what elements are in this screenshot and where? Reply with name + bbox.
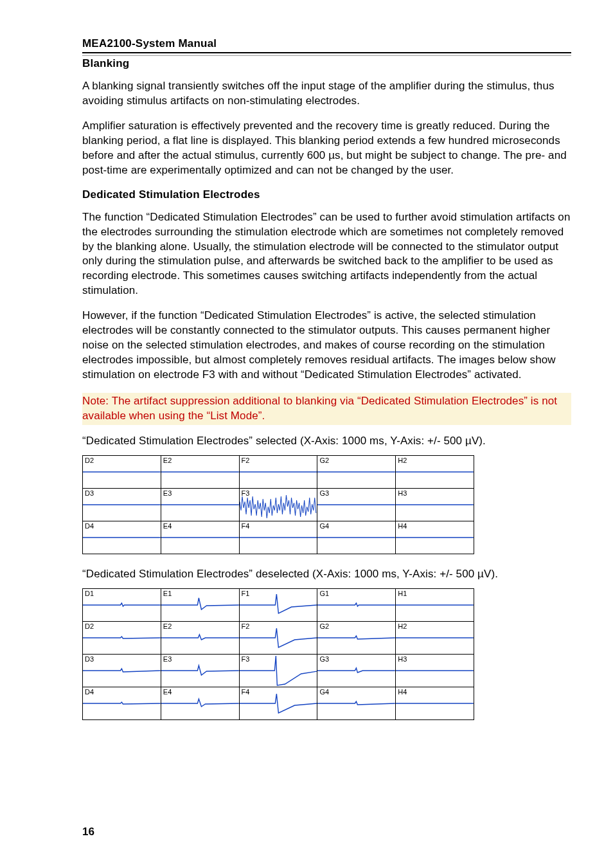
trace-icon xyxy=(317,655,395,687)
page-number: 16 xyxy=(82,826,94,838)
electrode-grid-selected: D2 E2 F2 G2 H2 D3 E3 F3 G3 H3 xyxy=(82,455,474,554)
trace-icon xyxy=(396,589,474,621)
cell-label: F4 xyxy=(242,688,250,696)
figure-caption: “Dedicated Stimulation Electrodes” desel… xyxy=(82,567,571,582)
trace-icon xyxy=(83,521,161,554)
cell-label: G1 xyxy=(319,590,329,597)
cell-label: F3 xyxy=(242,489,250,497)
cell-label: H3 xyxy=(398,489,407,497)
trace-icon xyxy=(240,687,317,719)
cell-label: D3 xyxy=(85,655,94,663)
cell-label: E3 xyxy=(163,655,172,663)
cell-label: H1 xyxy=(398,590,407,597)
cell-E2: E2 xyxy=(161,456,240,488)
cell-G3: G3 xyxy=(317,489,396,521)
cell-label: H2 xyxy=(398,457,407,464)
cell-label: E1 xyxy=(163,590,172,597)
cell-F4: F4 xyxy=(240,521,318,554)
cell-E3: E3 xyxy=(161,655,240,687)
cell-label: H3 xyxy=(398,655,407,663)
cell-label: E3 xyxy=(163,489,172,497)
trace-icon xyxy=(317,456,395,488)
cell-G1: G1 xyxy=(317,589,396,621)
cell-H4: H4 xyxy=(396,521,474,554)
cell-H4: H4 xyxy=(396,687,474,719)
cell-D4: D4 xyxy=(83,687,161,719)
cell-label: E4 xyxy=(163,522,172,530)
cell-E4: E4 xyxy=(161,521,240,554)
trace-icon xyxy=(161,589,239,621)
electrode-grid-deselected: D1 E1 F1 G1 H1 D2 E2 F2 G2 H2 xyxy=(82,588,474,720)
cell-G4: G4 xyxy=(317,521,396,554)
trace-icon xyxy=(396,456,474,488)
cell-D1: D1 xyxy=(83,589,161,621)
figure-caption: “Dedicated Stimulation Electrodes” selec… xyxy=(82,434,571,449)
section-heading-blanking: Blanking xyxy=(82,55,571,70)
trace-icon xyxy=(83,622,161,654)
cell-label: G2 xyxy=(319,622,329,630)
trace-icon xyxy=(83,489,161,521)
cell-label: H2 xyxy=(398,622,407,630)
cell-label: D2 xyxy=(85,622,94,630)
stim-artifact-trace-icon xyxy=(240,655,317,687)
cell-H2: H2 xyxy=(396,622,474,654)
trace-icon xyxy=(240,622,317,654)
note-callout: Note: The artifact suppression additiona… xyxy=(82,393,571,425)
cell-label: F2 xyxy=(242,622,250,630)
cell-F4: F4 xyxy=(240,687,318,719)
trace-icon xyxy=(161,521,239,554)
cell-label: H4 xyxy=(398,688,407,696)
trace-icon xyxy=(396,521,474,554)
cell-D2: D2 xyxy=(83,622,161,654)
paragraph: However, if the function “Dedicated Stim… xyxy=(82,309,571,383)
cell-F2: F2 xyxy=(240,622,318,654)
cell-label: G4 xyxy=(319,522,329,530)
cell-H1: H1 xyxy=(396,589,474,621)
cell-H2: H2 xyxy=(396,456,474,488)
cell-D2: D2 xyxy=(83,456,161,488)
trace-icon xyxy=(396,655,474,687)
trace-icon xyxy=(240,456,317,488)
cell-label: G4 xyxy=(319,688,329,696)
cell-G4: G4 xyxy=(317,687,396,719)
trace-icon xyxy=(161,687,239,719)
cell-label: F1 xyxy=(242,590,250,597)
paragraph: A blanking signal transiently switches o… xyxy=(82,79,571,109)
trace-icon xyxy=(240,589,317,621)
trace-icon xyxy=(83,456,161,488)
trace-icon xyxy=(83,687,161,719)
trace-icon xyxy=(317,622,395,654)
cell-F3: F3 xyxy=(240,489,318,521)
cell-label: E4 xyxy=(163,688,172,696)
cell-label: F4 xyxy=(242,522,250,530)
cell-label: D4 xyxy=(85,688,94,696)
trace-icon xyxy=(83,655,161,687)
cell-D3: D3 xyxy=(83,655,161,687)
trace-icon xyxy=(161,456,239,488)
cell-E3: E3 xyxy=(161,489,240,521)
trace-icon xyxy=(317,589,395,621)
cell-label: G3 xyxy=(319,489,329,497)
trace-icon xyxy=(83,589,161,621)
cell-F1: F1 xyxy=(240,589,318,621)
cell-label: D3 xyxy=(85,489,94,497)
trace-icon xyxy=(317,489,395,521)
cell-label: H4 xyxy=(398,522,407,530)
cell-F2: F2 xyxy=(240,456,318,488)
cell-G3: G3 xyxy=(317,655,396,687)
paragraph: Amplifier saturation is effectively prev… xyxy=(82,119,571,178)
cell-label: D1 xyxy=(85,590,94,597)
cell-label: G3 xyxy=(319,655,329,663)
cell-H3: H3 xyxy=(396,489,474,521)
manual-title: MEA2100-System Manual xyxy=(82,37,571,53)
cell-label: E2 xyxy=(163,622,172,630)
cell-label: E2 xyxy=(163,457,172,464)
trace-icon xyxy=(396,622,474,654)
cell-label: F3 xyxy=(242,655,250,663)
cell-G2: G2 xyxy=(317,622,396,654)
trace-icon xyxy=(161,655,239,687)
cell-H3: H3 xyxy=(396,655,474,687)
cell-D4: D4 xyxy=(83,521,161,554)
cell-label: G2 xyxy=(319,457,329,464)
trace-icon xyxy=(240,521,317,554)
